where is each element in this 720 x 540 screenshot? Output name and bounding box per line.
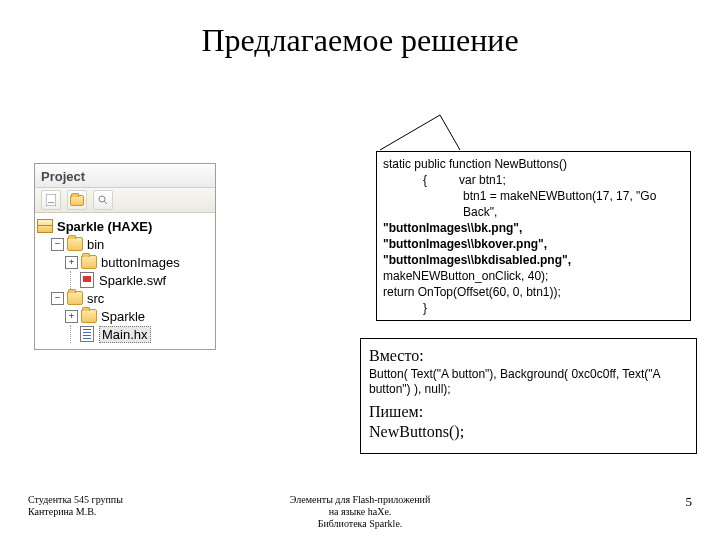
code-line: return OnTop(Offset(60, 0, btn1));: [383, 284, 684, 300]
collapse-icon: −: [51, 238, 64, 251]
write-heading: Пишем:: [369, 403, 688, 421]
tree-root: Sparkle (HAXE): [37, 217, 213, 235]
instead-code: Button( Text("A button"), Background( 0x…: [369, 367, 688, 397]
folder-icon: [81, 309, 97, 323]
instead-heading: Вместо:: [369, 347, 688, 365]
folder-icon: [81, 255, 97, 269]
code-line: {var btn1;: [383, 172, 684, 188]
tree-node-main: Main.hx: [65, 325, 213, 343]
expand-icon: +: [65, 310, 78, 323]
code-line: }: [383, 300, 684, 316]
folder-icon: [67, 190, 87, 210]
tree-node-buttonimages: + buttonImages: [65, 253, 213, 271]
svg-rect-0: [46, 194, 56, 206]
tree-node-sparkle: + Sparkle: [65, 307, 213, 325]
code-line: makeNEWButton_onClick, 40);: [383, 268, 684, 284]
tree-label: Sparkle (HAXE): [57, 219, 152, 234]
code-line: btn1 = makeNEWButton(17, 17, "Go Back",: [383, 188, 684, 220]
expand-icon: +: [65, 256, 78, 269]
tree: Sparkle (HAXE) − bin + buttonImages Spar…: [35, 213, 215, 349]
project-panel: Project Sparkle (HAXE) − bin + buttonIma…: [34, 163, 216, 350]
code-box: static public function NewButtons() {var…: [376, 151, 691, 321]
tree-node-src: − src: [51, 289, 213, 307]
tree-node-swf: Sparkle.swf: [65, 271, 213, 289]
svg-line-3: [104, 201, 107, 204]
tree-label: Sparkle: [101, 309, 145, 324]
tree-label-selected: Main.hx: [99, 326, 151, 343]
tree-label: bin: [87, 237, 104, 252]
tree-label: Sparkle.swf: [99, 273, 166, 288]
panel-header: Project: [35, 164, 215, 188]
svg-rect-1: [48, 202, 54, 203]
code-line: "buttonImages\\bkover.png",: [383, 236, 684, 252]
code-line: static public function NewButtons(): [383, 156, 684, 172]
package-icon: [37, 219, 53, 233]
collapse-icon: −: [51, 292, 64, 305]
folder-icon: [67, 237, 83, 251]
slide-title: Предлагаемое решение: [0, 22, 720, 59]
search-icon: [93, 190, 113, 210]
tree-label: buttonImages: [101, 255, 180, 270]
tree-rail: [65, 271, 76, 289]
folder-icon: [67, 291, 83, 305]
tree-rail: [65, 325, 76, 343]
tree-node-bin: − bin: [51, 235, 213, 253]
panel-toolbar: [35, 188, 215, 213]
new-file-icon: [41, 190, 61, 210]
code-line: "buttonImages\\bk.png",: [383, 220, 684, 236]
slide-number: 5: [686, 494, 693, 510]
hx-file-icon: [79, 327, 95, 341]
footer-title: Элементы для Flash-приложений на языке h…: [0, 494, 720, 530]
code-line: "buttonImages\\bkdisabled.png",: [383, 252, 684, 268]
instead-box: Вместо: Button( Text("A button"), Backgr…: [360, 338, 697, 454]
write-code: NewButtons();: [369, 423, 688, 441]
tree-label: src: [87, 291, 104, 306]
swf-file-icon: [79, 273, 95, 287]
